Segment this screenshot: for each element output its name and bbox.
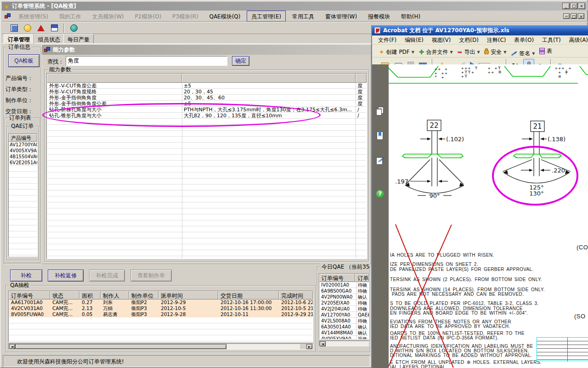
acrobat-titlebar[interactable]: Acrobat 文档 位于 AV12700YA0-预审指示.xls <box>372 25 588 35</box>
acro-menu-file[interactable]: 文件(F) <box>375 35 400 44</box>
table-row[interactable]: AA617001A0CAM完...0.27刘东衡阳P22012-9-292012… <box>9 299 312 305</box>
minimize-button[interactable]: _ <box>562 3 570 9</box>
mdi-close-button[interactable]: × <box>578 13 584 19</box>
pages-panel-icon[interactable] <box>376 107 385 116</box>
recheck-done-button[interactable]: 补检完成 <box>89 270 125 282</box>
tab-daily-output[interactable]: 每日产量 <box>63 34 94 43</box>
calculator-icon[interactable] <box>9 23 20 33</box>
table-row[interactable]: 4V005XV9A0返修 <box>320 336 368 339</box>
recheck-repair-button[interactable]: 补检返修 <box>48 270 84 282</box>
table-row[interactable]: 4V2J204UA0待确 <box>320 306 368 312</box>
mdi-restore-button[interactable]: □ <box>571 13 577 19</box>
maximize-button[interactable]: □ <box>570 3 577 9</box>
smiley-icon[interactable] <box>22 23 33 33</box>
cap-col-header[interactable] <box>182 74 356 83</box>
today-qae-hscrollbar[interactable]: ◄ <box>319 340 369 346</box>
qa-col-header[interactable]: 订单编号 <box>9 291 50 299</box>
table-row[interactable]: 4V2LS008A0待确 <box>320 318 368 324</box>
list-item[interactable]: 4V005XV9A0 <box>9 148 37 154</box>
menu-p2[interactable]: P2模块(O) <box>130 11 166 22</box>
list-item[interactable]: 4B15504VA0 <box>9 154 37 160</box>
table-row[interactable]: 外形-V-CUT角度公差±5度 <box>47 83 366 89</box>
chart-icon[interactable] <box>35 23 46 33</box>
qa-col-header[interactable]: 制作人 <box>101 291 129 299</box>
view-worksheet-button[interactable]: 查看制作单 <box>130 270 172 282</box>
screen: ★ 订单管理系统 - [QA检查] _ □ × 系统管理(S) 我的工作 文员模… <box>0 0 588 368</box>
menu-help[interactable]: 帮助(H) <box>396 11 425 22</box>
main-titlebar[interactable]: ★ 订单管理系统 - [QA检查] <box>2 2 588 11</box>
table-row[interactable]: 4V144M8MA0确认 <box>320 330 368 336</box>
globe-icon[interactable] <box>68 23 79 33</box>
acro-menu-comments[interactable]: 注释(C) <box>484 35 509 44</box>
menu-p3[interactable]: P3模块(R) <box>168 11 203 22</box>
comments-panel-icon[interactable] <box>376 156 385 166</box>
scroll-left-icon[interactable]: ◄ <box>320 341 326 346</box>
qa-col-header[interactable]: 面积 <box>79 291 101 299</box>
scroll-right-icon[interactable]: ► <box>306 344 312 349</box>
table-row[interactable]: 8V005FUWA0CAM完...0.05易志勇衡阳P32012-9-28201… <box>9 311 312 317</box>
qa-col-header[interactable]: 完成时间 <box>279 291 313 299</box>
qae-col-header[interactable]: 订单编号 <box>319 274 355 282</box>
sign-button[interactable]: 签名▼ <box>509 48 536 58</box>
today-qae-table[interactable]: 订单编号 订单 IV020001A0待确 6A9BS00GA0待确 4V2PN0… <box>319 273 369 339</box>
menu-tools[interactable]: 常用工具 <box>288 11 319 22</box>
menu-mywork[interactable]: 我的工作 <box>55 11 86 22</box>
capability-table[interactable]: 外形-V-CUT角度公差±5度 外形-V-CUT角度规格20，30，45度 外形… <box>46 73 367 259</box>
table-row[interactable]: IV020001A0待确 <box>320 282 368 288</box>
combine-files-button[interactable]: ✚ 合并文件▼ <box>418 46 454 58</box>
menu-qae[interactable]: QAE模块(Q) <box>204 11 245 22</box>
list-item[interactable]: AV12700YA0 <box>9 142 37 148</box>
table-row[interactable]: AV12700YA0QAE检 <box>320 312 368 318</box>
acro-menu-tools[interactable]: 工具(T) <box>539 35 564 44</box>
menu-report[interactable]: 报餐模块 <box>363 11 395 22</box>
cap-col-header[interactable] <box>356 74 367 83</box>
acro-menu-advanced[interactable]: 高级(A) <box>565 35 588 44</box>
cap-col-header[interactable] <box>47 74 182 83</box>
table-row[interactable]: 外形-金手指倒角角度20、30、45、60度 <box>47 95 366 101</box>
table-row[interactable]: 2V205EIXA0待确 <box>320 300 368 306</box>
secure-button[interactable]: 安全▼ <box>483 47 508 58</box>
mdi-minimize-button[interactable]: ─ <box>563 13 570 19</box>
qa-board-button[interactable]: QA检板 <box>8 54 40 67</box>
drill-marks: ++ + + ++ * + <box>435 67 448 80</box>
qa-sampling-table[interactable]: 订单编号 状态 面积 制作人 制作单位 派单时间 交货日期 完成时间 AA617… <box>8 291 313 342</box>
scroll-thumb[interactable] <box>15 344 226 349</box>
close-button[interactable]: × <box>578 3 585 9</box>
table-row[interactable]: 外形-V-CUT角度规格20，30，45度 <box>47 89 366 95</box>
help-icon[interactable]: ? <box>376 190 385 199</box>
confirm-button[interactable]: 确定 <box>232 56 249 66</box>
table-row[interactable]: 4V2CV031A0CAM完...2.13万娟衡阳P32012-10-52012… <box>9 305 312 311</box>
product-listbox[interactable]: 产品编号 AV12700YA0 4V005XV9A0 4B15504VA0 6V… <box>8 133 38 257</box>
product-list-header[interactable]: 产品编号 <box>9 134 37 142</box>
menu-window[interactable]: 窗体管理(W) <box>321 11 362 22</box>
qa-col-header[interactable]: 派单时间 <box>158 291 218 299</box>
qa-col-header[interactable]: 交货日期 <box>218 291 279 299</box>
pdf-document[interactable]: ++ + + ++ * + +++ Y +YY+ +Y + +Y ++ ※ ++… <box>389 64 588 368</box>
acro-menu-forms[interactable]: 表单(O) <box>511 35 537 44</box>
recheck-button[interactable]: 补检 <box>10 270 42 282</box>
forms-button[interactable]: 表 <box>538 46 554 57</box>
save-icon[interactable] <box>49 23 60 33</box>
table-row[interactable]: 4V2PN00WA0确认 <box>320 294 368 300</box>
qa-table-hscrollbar[interactable]: ◄ ► <box>8 343 313 350</box>
qae-col-header[interactable]: 订单 <box>355 274 369 282</box>
qa-col-header[interactable]: 状态 <box>50 291 79 299</box>
table-row[interactable]: 6A305014A0确认 <box>320 324 368 330</box>
search-input[interactable] <box>66 56 227 66</box>
menu-clerk[interactable]: 文员模块(W) <box>87 11 128 22</box>
list-item[interactable]: 6V2E2051A0 <box>9 160 37 166</box>
create-pdf-button[interactable]: ✦ 创建 PDF▼ <box>378 46 416 58</box>
bookmarks-panel-icon[interactable] <box>376 132 385 141</box>
capability-titlebar[interactable]: 能力参数 <box>42 45 371 55</box>
scroll-left-icon[interactable]: ◄ <box>9 344 15 349</box>
tab-member-status[interactable]: 组员状态 <box>34 34 64 43</box>
menu-staff[interactable]: 员工管理(E) <box>247 11 286 22</box>
export-button[interactable]: ➥ 导出▼ <box>456 47 481 58</box>
acro-menu-document[interactable]: 文档(D) <box>456 35 482 44</box>
acro-menu-edit[interactable]: 编辑(E) <box>401 35 427 44</box>
qa-col-header[interactable]: 制作单位 <box>129 291 158 299</box>
table-row[interactable]: 6A9BS00GA0待确 <box>320 288 368 294</box>
menu-system[interactable]: 系统管理(S) <box>14 11 53 22</box>
tab-order-management[interactable]: 订单管理 <box>4 34 34 44</box>
acro-menu-view[interactable]: 视图(V) <box>429 35 454 44</box>
